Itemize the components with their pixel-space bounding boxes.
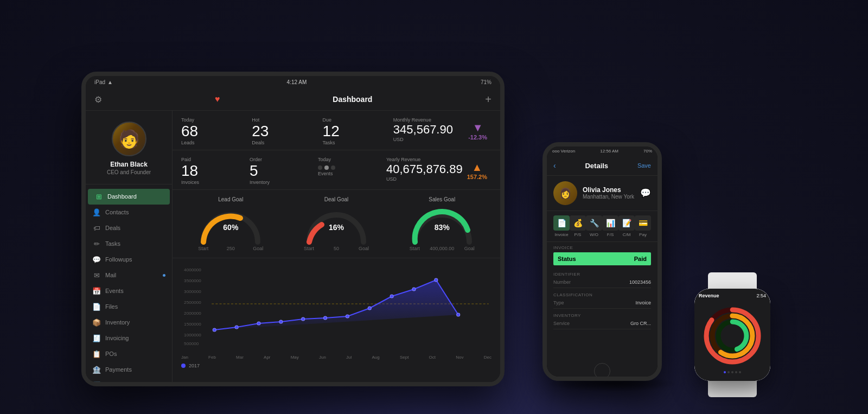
back-button[interactable]: ‹ (553, 161, 556, 170)
lead-gauge-labels: Start 250 Goal (198, 246, 263, 251)
svg-point-10 (235, 326, 238, 329)
add-icon[interactable]: + (485, 93, 492, 106)
contact-location: Manhattan, New York (583, 194, 634, 200)
sidebar-nav: ⊞ Dashboard 👤 Contacts 🏷 Deals ✏ (86, 184, 172, 382)
inventory-section-title: INVENTORY (553, 313, 651, 318)
stat-leads-value: 68 (181, 124, 252, 139)
identifier-section-title: IDENTIFIER (553, 272, 651, 277)
event-dot-3 (331, 165, 335, 170)
sales-gauge-labels: Start 400,000.00 Goal (410, 246, 475, 251)
goal-sales: Sales Goal 83% Start (392, 196, 492, 251)
classification-section: CLASSIFICATION Type Invoice (547, 289, 658, 310)
sales-goal-label: Goal (464, 246, 475, 251)
status-value: Paid (634, 256, 647, 262)
stat-deals-label: Hot (252, 117, 322, 123)
sidebar-item-mail[interactable]: ✉ Mail (86, 267, 172, 283)
stat-tasks-unit: Tasks (323, 140, 393, 145)
identifier-section: IDENTIFIER Number 10023456 (547, 269, 658, 289)
sidebar-label-files: Files (105, 303, 118, 310)
cm-icon-label: C/M (623, 232, 631, 237)
sidebar-label-dashboard: Dashboard (107, 193, 137, 200)
legend-dot-2017 (181, 364, 186, 368)
status-label: Status (558, 256, 576, 262)
sidebar-item-contacts[interactable]: 👤 Contacts (86, 205, 172, 220)
fs-icon-label: F/S (607, 232, 614, 237)
revenue-change-down: ▼ -12.3% (464, 117, 492, 145)
stat-inventory-label: Order (250, 157, 318, 162)
phone-icon-row: 📄 Invoice 💰 P/S 🔧 W/O 📊 F/S 📝 C/M (547, 211, 658, 242)
icon-cm[interactable]: 📝 C/M (618, 215, 635, 237)
invoice-icon-box: 📄 (553, 215, 570, 231)
lead-start-label: Start (198, 246, 208, 251)
stat-invoices-unit: Invoices (181, 180, 250, 185)
sidebar-item-receipts[interactable]: 🧾 Receipts (86, 378, 172, 382)
chart-label-may: May (291, 355, 299, 360)
sidebar-item-inventory[interactable]: 📦 Inventory (86, 315, 172, 330)
stat-deals: Hot 23 Deals (252, 117, 322, 145)
followups-icon: 💬 (92, 256, 101, 264)
stats-row-1: Today 68 Leads Hot 23 Deals Due 12 T (173, 111, 500, 150)
type-row: Type Invoice (553, 297, 651, 309)
payments-icon: 🏦 (92, 366, 101, 374)
sidebar-item-invoicing[interactable]: 🧾 Invoicing (86, 330, 172, 346)
sidebar-item-deals[interactable]: 🏷 Deals (86, 220, 172, 236)
svg-point-17 (390, 295, 393, 298)
icon-invoice[interactable]: 📄 Invoice (553, 215, 570, 237)
home-button[interactable] (594, 363, 610, 377)
wo-icon-label: W/O (590, 232, 598, 237)
gear-icon[interactable]: ⚙ (94, 94, 102, 105)
deal-goal-label: Goal (359, 246, 369, 251)
svg-point-20 (457, 313, 460, 316)
stat-revenue: Monthly Revenue 345,567.90 USD (393, 117, 464, 145)
tablet-body: 🧑 Ethan Black CEO and Founder ⊞ Dashboar… (86, 111, 500, 382)
icon-fs[interactable]: 📊 F/S (602, 215, 618, 237)
icon-pay[interactable]: 💳 Pay (635, 215, 651, 237)
contact-avatar: 👩 (553, 181, 577, 205)
phone-battery: 70% (643, 149, 652, 154)
revenue-change-pct: -12.3% (468, 134, 487, 141)
chart-label-sep: Sept (400, 355, 409, 360)
sidebar-item-dashboard[interactable]: ⊞ Dashboard (88, 189, 170, 205)
svg-point-13 (302, 317, 305, 321)
svg-text:3500000: 3500000 (184, 278, 201, 283)
service-value: Gro CR... (630, 321, 651, 326)
chart-section: 4000000 3500000 3000000 2500000 2000000 … (173, 258, 500, 367)
tablet-title: Dashboard (333, 95, 372, 104)
events-dots (318, 165, 386, 170)
classification-section-title: CLASSIFICATION (553, 292, 651, 297)
home-indicator (547, 366, 658, 377)
svg-point-15 (346, 315, 349, 318)
tablet-device-label: iPad (94, 79, 105, 85)
invoice-status-row: Status Paid (553, 252, 651, 265)
stat-leads: Today 68 Leads (181, 117, 252, 145)
dashboard-icon: ⊞ (94, 193, 103, 201)
icon-ps[interactable]: 💰 P/S (570, 215, 586, 237)
sidebar-label-tasks: Tasks (105, 240, 120, 247)
tablet-time: 4:12 AM (287, 79, 307, 85)
stat-invoices-value: 18 (181, 163, 250, 179)
sidebar-item-events[interactable]: 📅 Events (86, 283, 172, 299)
sidebar-item-payments[interactable]: 🏦 Payments (86, 362, 172, 378)
stat-inventory-unit: Inventory (250, 180, 318, 185)
sidebar-item-pos[interactable]: 📋 POs (86, 346, 172, 362)
sidebar-item-followups[interactable]: 💬 Followups (86, 252, 172, 267)
pay-icon-label: Pay (639, 232, 647, 237)
svg-point-14 (324, 316, 327, 320)
svg-point-18 (412, 288, 416, 291)
icon-wo[interactable]: 🔧 W/O (586, 215, 602, 237)
svg-text:1500000: 1500000 (184, 322, 201, 327)
chart-label-jun: Jun (319, 355, 326, 360)
sidebar-item-files[interactable]: 📄 Files (86, 299, 172, 315)
sidebar-label-invoicing: Invoicing (105, 335, 129, 341)
contact-info: Olivia Jones Manhattan, New York (583, 186, 634, 200)
stat-inventory: Order 5 Inventory (250, 157, 318, 185)
watch-title: Revenue (699, 293, 719, 298)
contact-name: Olivia Jones (583, 186, 634, 194)
fs-icon-box: 📊 (602, 215, 618, 231)
save-button[interactable]: Save (637, 162, 651, 169)
lead-goal-val: 250 (227, 246, 235, 251)
user-profile: 🧑 Ethan Black CEO and Founder (86, 115, 172, 184)
stat-revenue-value: 345,567.90 (393, 124, 464, 136)
sidebar-item-tasks[interactable]: ✏ Tasks (86, 236, 172, 252)
chat-icon[interactable]: 💬 (640, 188, 651, 198)
